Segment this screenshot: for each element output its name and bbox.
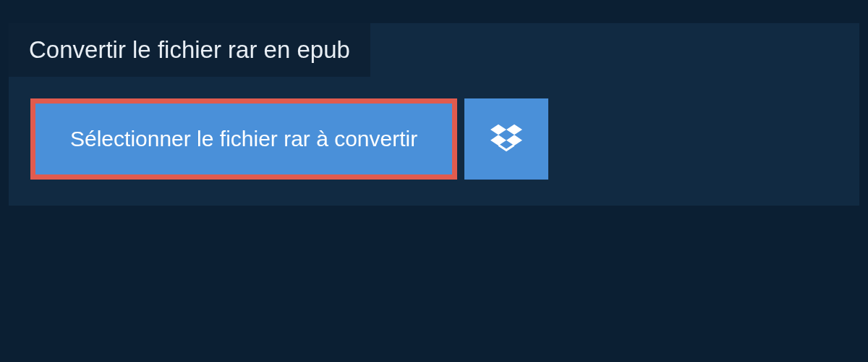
select-file-label: Sélectionner le fichier rar à convertir [70,127,417,151]
conversion-panel: Convertir le fichier rar en epub Sélecti… [9,23,859,206]
select-file-button[interactable]: Sélectionner le fichier rar à convertir [30,98,457,180]
button-row: Sélectionner le fichier rar à convertir [30,98,859,180]
page-title: Convertir le fichier rar en epub [9,23,370,77]
dropbox-icon [490,122,522,156]
dropbox-button[interactable] [464,98,548,180]
button-gap [457,98,464,180]
